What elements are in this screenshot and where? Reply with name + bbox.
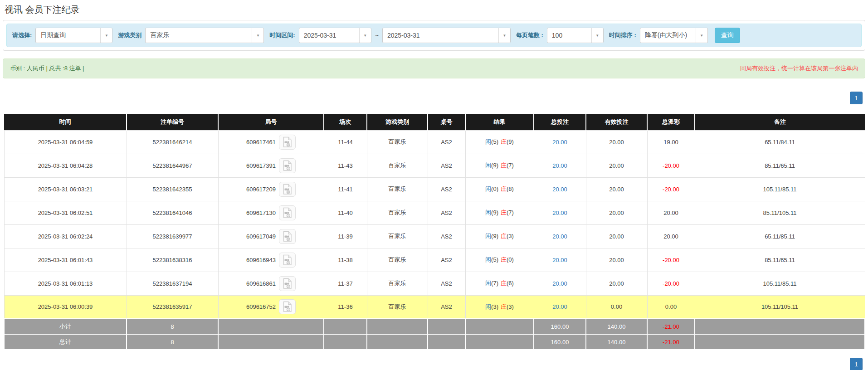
video-file-icon [283,278,292,289]
chevron-down-icon[interactable]: ▼ [359,28,371,43]
result-player-label: 闲 [485,256,491,263]
subtotal-row: 小计 8 160.00 140.00 -21.00 [4,319,865,334]
total-bet-link[interactable]: 20.00 [552,186,567,193]
game-type-cell: 百家乐 [367,201,428,224]
column-header-2: 局号 [218,114,324,130]
table-header-row: 时间注单编号局号场次游戏类别桌号结果总投注有效投注总派彩备注 [4,114,865,130]
column-header-10: 备注 [695,114,865,130]
table-row: 2025-03-31 06:00:39 522381635917 6096167… [4,295,865,319]
game-type-label: 游戏类别 [118,31,141,39]
page-title: 视讯 会员下注纪录 [5,4,868,16]
video-file-icon [283,301,292,312]
total-bet-cell: 20.00 [534,295,586,319]
pagination-bottom: 1 [0,358,863,370]
page-1-button[interactable]: 1 [850,358,863,370]
table-row: 2025-03-31 06:03:21 522381642355 6096172… [4,177,865,201]
valid-bet-cell: 0.00 [586,295,647,319]
session-cell: 11-39 [324,224,367,248]
total-payout: -21.00 [647,334,695,350]
total-bet-link[interactable]: 20.00 [552,162,567,169]
video-replay-button[interactable] [279,135,296,150]
result-cell: 闲(5)庄(9) [465,130,534,154]
column-header-0: 时间 [4,114,127,130]
table-number-cell: AS2 [428,154,465,177]
total-row: 总计 8 160.00 140.00 -21.00 [4,334,865,350]
video-replay-button[interactable] [279,253,296,268]
total-bet-link[interactable]: 20.00 [552,209,567,216]
query-type-select[interactable]: 日期查询 ▼ [35,28,112,43]
time-cell: 2025-03-31 06:01:43 [4,248,127,272]
game-type-select[interactable]: 百家乐 ▼ [145,28,264,43]
time-cell: 2025-03-31 06:04:28 [4,154,127,177]
time-cell: 2025-03-31 06:00:39 [4,295,127,319]
remark-cell: 85.11/65.11 [695,154,865,177]
round-id: 609616861 [246,280,276,287]
round-cell: 609616752 [218,295,324,319]
bet-id-cell: 522381635917 [127,295,218,319]
video-replay-button[interactable] [279,229,296,244]
page-size-select[interactable]: 100 ▼ [547,28,604,43]
video-replay-button[interactable] [279,276,296,291]
time-sort-label: 时间排序 : [609,31,636,39]
result-banker-label: 庄 [501,209,507,216]
round-id: 609617391 [246,162,276,169]
result-player-label: 闲 [485,209,491,216]
valid-bet-cell: 20.00 [586,154,647,177]
result-player-score: (9) [491,233,498,239]
bet-id-cell: 522381646214 [127,130,218,154]
date-to-select[interactable]: 2025-03-31 ▼ [382,28,511,43]
result-player-score: (3) [491,303,498,310]
table-number-cell: AS2 [428,248,465,272]
chevron-down-icon[interactable]: ▼ [100,28,112,43]
game-type-cell: 百家乐 [367,224,428,248]
chevron-down-icon[interactable]: ▼ [498,28,510,43]
table-row: 2025-03-31 06:04:59 522381646214 6096174… [4,130,865,154]
video-replay-button[interactable] [279,158,296,173]
video-replay-button[interactable] [279,182,296,197]
chevron-down-icon[interactable]: ▼ [591,28,603,43]
column-header-8: 有效投注 [586,114,647,130]
result-player-score: (9) [491,209,498,216]
round-id: 609616752 [246,303,276,310]
video-file-icon [283,160,292,171]
date-from-select[interactable]: 2025-03-31 ▼ [299,28,371,43]
payout-cell: 20.00 [647,224,695,248]
column-header-7: 总投注 [534,114,586,130]
remark-cell: 105.11/85.11 [695,272,865,295]
result-banker-label: 庄 [501,280,507,287]
result-player-score: (5) [491,256,498,263]
table-footer: 小计 8 160.00 140.00 -21.00 总计 8 160.00 14… [4,319,865,350]
range-tilde: ~ [375,32,379,39]
result-banker-score: (3) [507,303,514,310]
result-banker-label: 庄 [501,138,507,145]
total-bet-link[interactable]: 20.00 [552,280,567,287]
time-sort-select[interactable]: 降幂(由大到小) ▼ [640,28,708,43]
round-id: 609616943 [246,257,276,263]
chevron-down-icon[interactable]: ▼ [252,28,263,43]
session-cell: 11-41 [324,177,367,201]
total-bet-link[interactable]: 20.00 [552,257,567,263]
video-replay-button[interactable] [279,299,296,314]
round-cell: 609616943 [218,248,324,272]
total-bet-link[interactable]: 20.00 [552,139,567,146]
result-banker-label: 庄 [501,256,507,263]
total-bet-link[interactable]: 20.00 [552,233,567,240]
video-replay-button[interactable] [279,205,296,220]
table-row: 2025-03-31 06:01:43 522381638316 6096169… [4,248,865,272]
time-cell: 2025-03-31 06:02:51 [4,201,127,224]
result-banker-label: 庄 [501,303,507,310]
result-banker-score: (9) [507,138,514,145]
chevron-down-icon[interactable]: ▼ [696,28,707,43]
total-bet-link[interactable]: 20.00 [552,303,567,310]
game-type-cell: 百家乐 [367,272,428,295]
table-row: 2025-03-31 06:04:28 522381644967 6096173… [4,154,865,177]
page-1-button[interactable]: 1 [850,92,863,104]
video-file-icon [283,231,292,242]
table-row: 2025-03-31 06:02:24 522381639977 6096170… [4,224,865,248]
valid-bet-cell: 20.00 [586,130,647,154]
valid-bet-cell: 20.00 [586,272,647,295]
summary-bar: 币别 : 人民币 | 总共 :8 注单 | 同局有效投注，统一计算在该局第一张注… [3,58,865,78]
search-button[interactable]: 查询 [715,28,740,43]
payout-cell: -20.00 [647,177,695,201]
page-size-value: 100 [547,28,591,43]
